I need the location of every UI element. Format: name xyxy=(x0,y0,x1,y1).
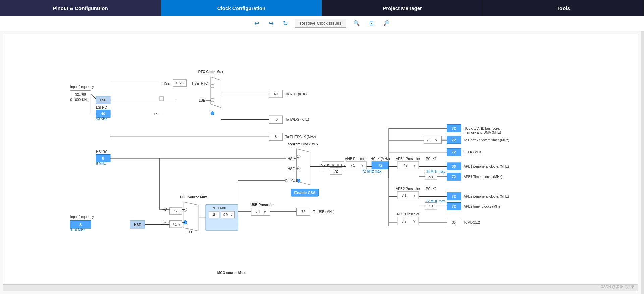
apb1-timer-value: 72 xyxy=(452,175,456,179)
fit-button[interactable]: ⊡ xyxy=(367,19,376,28)
apb2-periph-label: APB2 peripheral clocks (MHz) xyxy=(464,195,509,198)
to-rtc-label: To RTC (KHz) xyxy=(285,92,307,96)
zoom-in-button[interactable]: 🔍 xyxy=(351,19,363,28)
watermark: CSDN @多吃点蔬菜 xyxy=(601,284,634,289)
refresh-button[interactable]: ↻ xyxy=(280,18,291,29)
pll-mul-value: 8 xyxy=(213,213,215,217)
mco-label: MCO source Mux xyxy=(217,271,246,275)
x2-label: X 2 xyxy=(428,175,434,178)
input-freq2-label: Input frequency xyxy=(70,215,94,219)
ahb-div-box xyxy=(346,162,367,169)
hsi-sys-label: HSI xyxy=(288,157,293,161)
to-rtc-value: 40 xyxy=(274,92,278,96)
line-hsi-pll3 xyxy=(182,209,185,210)
input-freq-label: Input frequency xyxy=(70,85,94,89)
cortex-div-box xyxy=(424,136,441,143)
apb1-timer-label: APB1 Timer clocks (MHz) xyxy=(464,175,502,179)
hclk-ahb-label: HCLK to AHB bus, core, xyxy=(464,127,500,130)
sys-clk-mux-label: System Clock Mux xyxy=(288,142,318,146)
hclk-ahb-value: 72 xyxy=(452,126,456,130)
apb1-dropdown-icon[interactable]: ∨ xyxy=(413,164,415,167)
hsi-unit: 8 MHz xyxy=(96,162,106,165)
line-hse-pll2 xyxy=(182,222,185,223)
usb-dropdown-icon[interactable]: ∨ xyxy=(264,210,266,214)
adc-div: / 2 xyxy=(402,219,407,223)
fclk-value: 72 xyxy=(452,150,456,154)
rtc-mux-shape xyxy=(211,77,221,108)
input-freq2-value: 8 xyxy=(79,223,82,227)
hsi-value: 8 xyxy=(102,156,104,160)
input-freq2-range: 4-16 MHz xyxy=(70,228,85,232)
sysclk-label: SYSCLK (MHz) xyxy=(321,164,345,167)
tab-pinout[interactable]: Pinout & Configuration xyxy=(0,0,161,16)
pclk2-label: PCLK2 xyxy=(426,187,437,191)
usb-div: / 1 xyxy=(256,210,260,214)
hse-rtc-label: HSE_RTC xyxy=(192,82,208,85)
hsi-div2: / 2 xyxy=(174,209,178,213)
pll-mux-shape xyxy=(183,202,199,231)
apb1-prescaler-label: APB1 Prescaler xyxy=(396,157,420,161)
undo-button[interactable]: ↩ xyxy=(252,18,262,29)
apb1-div-box xyxy=(397,162,419,169)
apb1-periph-label: APB1 peripheral clocks (MHz) xyxy=(464,165,509,168)
pll-source-label: PLL Source Mux xyxy=(180,195,207,199)
rtc-mux-label: RTC Clock Mux xyxy=(198,70,223,74)
scrollbar-right[interactable] xyxy=(641,31,644,294)
ahb-prescaler-label: AHB Prescaler xyxy=(345,157,368,161)
toolbar: ↩ ↪ ↻ Resolve Clock Issues 🔍 ⊡ 🔍 xyxy=(0,16,644,31)
input-freq-value: 32.768 xyxy=(75,93,86,96)
adc-prescaler-label: ADC Prescaler xyxy=(397,212,420,216)
to-flitfclk-value: 8 xyxy=(275,135,277,139)
pll-x9[interactable]: X 9 xyxy=(223,213,228,217)
apb2-dropdown-icon[interactable]: ∨ xyxy=(413,194,415,197)
hse-div1-arrow[interactable]: ∨ xyxy=(178,223,180,226)
tab-tools[interactable]: Tools xyxy=(483,0,644,16)
adc-value: 36 xyxy=(452,220,456,224)
hclk-label: HCLK (MHz) xyxy=(371,157,390,161)
ahb-dropdown-icon[interactable]: ∨ xyxy=(361,164,363,167)
rtc-mux-circle3 xyxy=(211,112,214,115)
apb2-timer-value: 72 xyxy=(452,204,456,208)
hclk-value: 72 xyxy=(378,163,382,167)
ahb-div: / 1 xyxy=(351,164,355,167)
lsi-rc-label: LSI RC xyxy=(96,106,107,109)
pll-mul-label: *PLLMul xyxy=(213,206,226,210)
enable-css-label: Enable CSS xyxy=(294,191,316,195)
hse-label2: HSE xyxy=(163,82,170,85)
apb2-prescaler-label: APB2 Prescaler xyxy=(396,187,420,191)
lse-checkbox[interactable] xyxy=(159,97,163,101)
usb-prescaler-label: USB Prescaler xyxy=(250,203,274,207)
top-nav: Pinout & Configuration Clock Configurati… xyxy=(0,0,644,16)
lse-label: LSE xyxy=(100,98,107,102)
pll-x9-arrow[interactable]: ∨ xyxy=(230,213,233,217)
adc-dropdown-icon[interactable]: ∨ xyxy=(413,219,415,223)
line-lse xyxy=(91,94,96,99)
resolve-clock-button[interactable]: Resolve Clock Issues xyxy=(295,19,346,28)
apb2-div-box xyxy=(397,192,419,199)
to-iwdg-label: To IWDG (KHz) xyxy=(285,118,309,121)
main-content: Input frequency 32.768 0-1000 KHz LSE LS… xyxy=(0,31,644,294)
redo-button[interactable]: ↪ xyxy=(266,18,276,29)
to-iwdg-value: 40 xyxy=(274,118,278,121)
sysclk-value: 72 xyxy=(334,169,338,173)
lsi-value: 40 xyxy=(101,112,105,116)
div128-label: / 128 xyxy=(176,81,184,85)
lsi-unit: 40 KHz xyxy=(96,117,107,121)
hse-div1: / 1 xyxy=(173,223,177,226)
cortex-label: To Cortex System timer (MHz) xyxy=(464,138,509,142)
zoom-out-button[interactable]: 🔍 xyxy=(380,19,392,28)
clock-diagram[interactable]: Input frequency 32.768 0-1000 KHz LSE LS… xyxy=(3,34,638,291)
cortex-div-arrow: ∨ xyxy=(435,138,437,142)
x1-label: X 1 xyxy=(428,204,434,208)
tab-clock[interactable]: Clock Configuration xyxy=(161,0,322,16)
usb-div-box xyxy=(251,208,270,215)
tab-project-manager[interactable]: Project Manager xyxy=(322,0,483,16)
to-flitfclk-label: To FLITFCLK (MHz) xyxy=(285,135,316,139)
apb2-timer-label: APB2 timer clocks (MHz) xyxy=(464,205,501,208)
fclk-label: FCLK (MHz) xyxy=(464,150,483,154)
apb1-div: / 2 xyxy=(404,164,408,167)
adc-div-box xyxy=(397,217,419,225)
hclk-max: 72 MHz max xyxy=(362,169,381,173)
lse-mux-label: LSE xyxy=(199,99,205,102)
apb2-div: / 1 xyxy=(402,194,407,197)
